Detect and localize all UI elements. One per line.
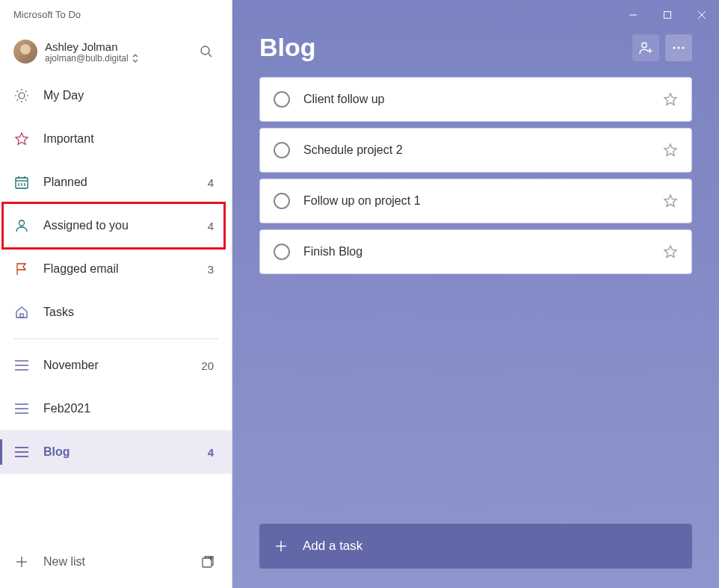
more-icon — [672, 46, 685, 49]
titlebar — [232, 0, 719, 30]
list-icon — [13, 444, 30, 460]
complete-circle-icon[interactable] — [274, 142, 290, 158]
close-icon — [697, 10, 706, 19]
svg-point-42 — [673, 46, 675, 49]
important-toggle[interactable] — [663, 244, 678, 259]
sun-icon — [13, 87, 30, 104]
new-group-icon — [200, 554, 215, 569]
task-row[interactable]: Follow up on project 1 — [259, 179, 692, 223]
complete-circle-icon[interactable] — [274, 91, 290, 108]
sidebar-item-label: Tasks — [43, 306, 218, 319]
more-options-button[interactable] — [665, 34, 692, 61]
important-toggle[interactable] — [663, 194, 678, 208]
svg-line-1 — [209, 54, 212, 57]
person-add-icon — [638, 40, 653, 55]
sidebar-item-my-day[interactable]: My Day — [0, 74, 232, 117]
sidebar-item-label: Assigned to you — [43, 219, 208, 232]
main-panel: Blog Client follow up Schedule project 2… — [232, 0, 719, 588]
sidebar-item-assigned[interactable]: Assigned to you 4 — [0, 204, 232, 247]
sidebar-item-count: 4 — [208, 176, 214, 189]
svg-line-10 — [17, 99, 19, 101]
important-toggle[interactable] — [663, 143, 678, 158]
list-icon — [13, 400, 30, 417]
sidebar-item-label: My Day — [43, 89, 218, 102]
add-task-input[interactable]: Add a task — [259, 524, 692, 569]
important-toggle[interactable] — [663, 92, 678, 107]
complete-circle-icon[interactable] — [274, 244, 290, 260]
star-icon — [663, 244, 678, 259]
sidebar-item-planned[interactable]: Planned 4 — [0, 161, 232, 204]
svg-line-8 — [25, 99, 27, 101]
app-title: Microsoft To Do — [0, 0, 232, 26]
star-icon — [663, 92, 678, 107]
person-icon — [13, 217, 30, 234]
svg-point-44 — [682, 46, 684, 49]
task-title: Finish Blog — [303, 245, 663, 259]
star-icon — [663, 143, 678, 158]
account-text: Ashley Jolman ajolman@bulb.digital — [45, 40, 194, 64]
new-group-button[interactable] — [197, 551, 218, 572]
task-list: Client follow up Schedule project 2 Foll… — [232, 77, 719, 524]
account-email-text: ajolman@bulb.digital — [45, 53, 129, 64]
close-button[interactable] — [685, 3, 719, 27]
task-row[interactable]: Schedule project 2 — [259, 128, 692, 173]
complete-circle-icon[interactable] — [274, 193, 290, 209]
svg-point-18 — [19, 220, 25, 226]
plus-icon — [13, 554, 30, 570]
new-list-label: New list — [43, 555, 197, 569]
sidebar-item-count: 3 — [208, 263, 214, 276]
flag-icon — [13, 261, 30, 277]
sidebar-item-flagged[interactable]: Flagged email 3 — [0, 247, 232, 291]
sidebar-item-label: Planned — [43, 176, 208, 189]
task-title: Schedule project 2 — [303, 143, 663, 157]
account-email: ajolman@bulb.digital — [45, 53, 194, 64]
home-icon — [13, 304, 30, 321]
sidebar-item-label: Flagged email — [43, 262, 208, 276]
page-header: Blog — [232, 30, 719, 77]
account-name: Ashley Jolman — [45, 40, 194, 53]
share-list-button[interactable] — [632, 34, 659, 61]
sidebar-list-november[interactable]: November 20 — [0, 344, 232, 387]
page-title[interactable]: Blog — [259, 33, 626, 62]
new-list-row[interactable]: New list — [0, 540, 232, 584]
sidebar-item-count: 20 — [201, 359, 214, 372]
sidebar-item-count: 4 — [208, 220, 214, 232]
task-row[interactable]: Finish Blog — [259, 229, 692, 274]
task-title: Follow up on project 1 — [303, 194, 663, 208]
selection-indicator — [0, 439, 2, 465]
add-task-placeholder: Add a task — [303, 539, 362, 554]
svg-point-39 — [642, 43, 647, 47]
svg-rect-20 — [20, 314, 23, 318]
search-button[interactable] — [194, 40, 218, 64]
task-title: Client follow up — [303, 93, 663, 106]
list-icon — [13, 357, 30, 374]
svg-point-43 — [677, 46, 679, 49]
search-icon — [200, 45, 213, 58]
sidebar-item-tasks[interactable]: Tasks — [0, 291, 232, 334]
maximize-icon — [663, 10, 672, 19]
sidebar-item-label: Feb2021 — [43, 402, 218, 415]
sidebar-item-label: Important — [43, 132, 218, 146]
sidebar-item-important[interactable]: Important — [0, 117, 232, 161]
sidebar-item-count: 4 — [208, 446, 214, 459]
minimize-button[interactable] — [616, 3, 650, 27]
chevron-up-down-icon — [132, 54, 139, 63]
avatar — [13, 40, 37, 64]
sidebar-item-label: November — [43, 359, 201, 372]
svg-point-0 — [201, 46, 209, 55]
svg-line-9 — [25, 91, 27, 93]
sidebar-divider — [13, 338, 218, 339]
sidebar: Microsoft To Do Ashley Jolman ajolman@bu… — [0, 0, 232, 588]
svg-line-7 — [17, 91, 19, 93]
svg-rect-36 — [664, 12, 671, 19]
task-row[interactable]: Client follow up — [259, 77, 692, 122]
star-icon — [663, 194, 678, 208]
maximize-button[interactable] — [650, 3, 685, 27]
star-icon — [13, 131, 30, 147]
sidebar-item-label: Blog — [43, 445, 208, 459]
sidebar-list-feb2021[interactable]: Feb2021 — [0, 387, 232, 430]
sidebar-list-blog[interactable]: Blog 4 — [0, 430, 232, 474]
minimize-icon — [629, 10, 638, 19]
calendar-icon — [13, 174, 30, 191]
account-row[interactable]: Ashley Jolman ajolman@bulb.digital — [0, 26, 232, 74]
